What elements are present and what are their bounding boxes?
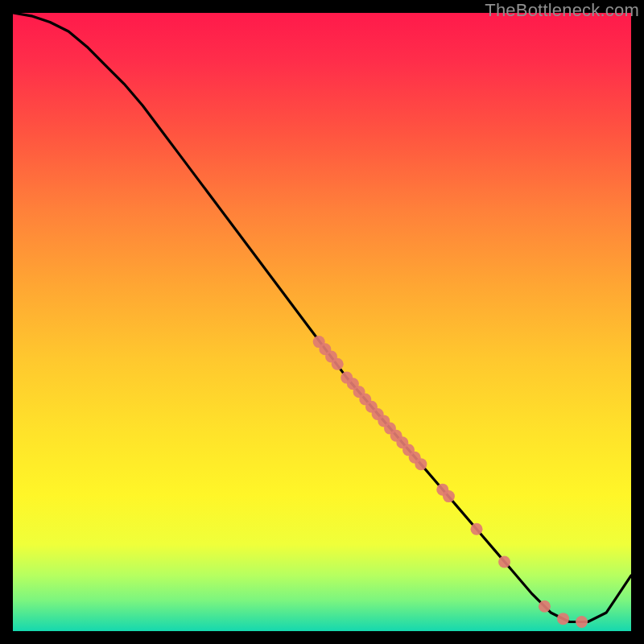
data-point: [498, 555, 510, 568]
data-point: [539, 601, 551, 613]
scatter-points: [313, 336, 588, 628]
data-point: [471, 523, 483, 535]
chart-overlay: [13, 13, 631, 631]
chart-stage: TheBottleneck.com: [0, 0, 644, 644]
data-point: [332, 358, 344, 370]
bottleneck-curve: [13, 13, 631, 621]
data-point: [443, 490, 455, 502]
data-point: [557, 613, 569, 625]
chart-plot-area: [13, 13, 631, 631]
data-point: [415, 458, 427, 470]
data-point: [576, 616, 588, 628]
attribution-label: TheBottleneck.com: [485, 0, 639, 19]
